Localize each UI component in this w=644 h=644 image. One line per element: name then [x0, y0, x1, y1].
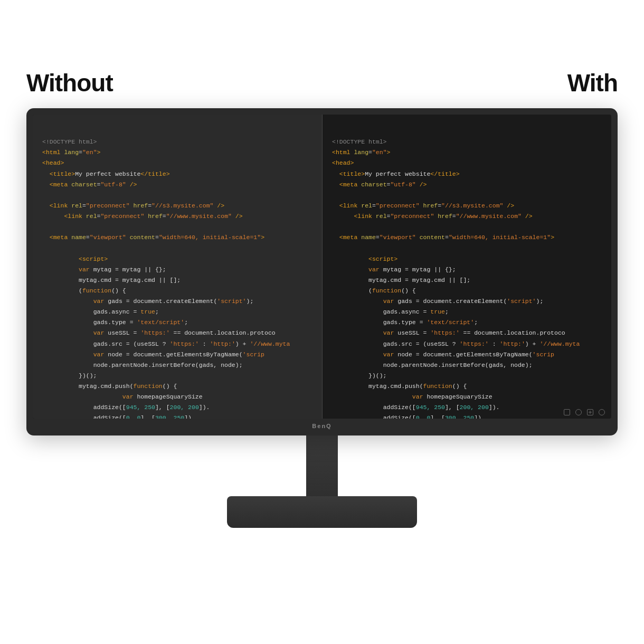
monitor-bottom-bar: BenQ: [26, 419, 618, 433]
monitor-icon-3: [587, 409, 593, 415]
page-container: Without With <!DOCTYPE html> <html lang=…: [0, 0, 644, 644]
monitor-icon-2: [575, 409, 582, 415]
label-without: Without: [26, 69, 113, 97]
monitor-stand-base: [227, 496, 417, 528]
benq-logo: BenQ: [312, 423, 332, 429]
screen-left: <!DOCTYPE html> <html lang="en"> <head> …: [33, 115, 322, 419]
code-left: <!DOCTYPE html> <html lang="en"> <head> …: [33, 115, 322, 419]
monitor-icon-1: [564, 409, 570, 415]
label-with: With: [567, 69, 618, 97]
screen-right: <!DOCTYPE html> <html lang="en"> <head> …: [322, 115, 611, 419]
monitor-screen: <!DOCTYPE html> <html lang="en"> <head> …: [33, 115, 611, 419]
monitor-bezel: <!DOCTYPE html> <html lang="en"> <head> …: [26, 108, 618, 435]
code-right: <!DOCTYPE html> <html lang="en"> <head> …: [323, 115, 611, 419]
monitor-stand-neck: [306, 435, 338, 504]
monitor-icon-4: [599, 409, 605, 415]
